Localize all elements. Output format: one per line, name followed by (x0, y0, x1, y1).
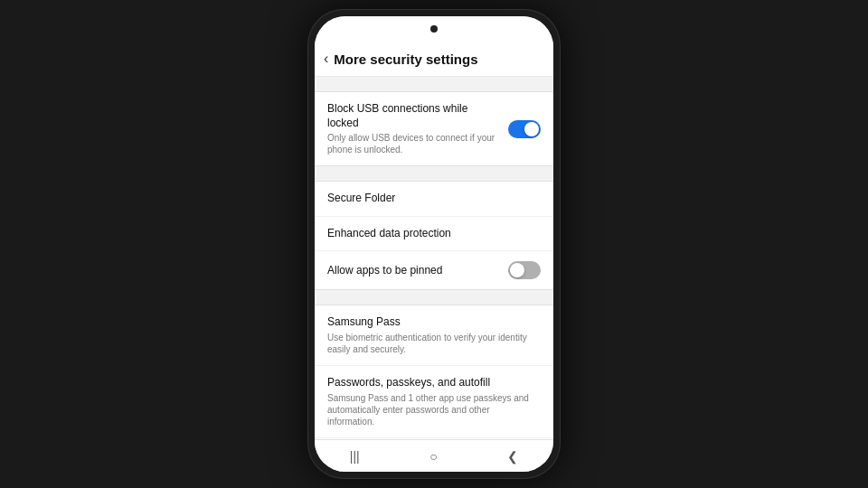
toggle-usb[interactable] (508, 120, 541, 138)
list-item[interactable]: Secure Folder (315, 182, 553, 217)
section-gap-2 (315, 166, 553, 174)
setting-text-enhanced: Enhanced data protection (327, 227, 541, 241)
setting-title-autofill: Passwords, passkeys, and autofill (327, 376, 533, 390)
setting-text-pass: Samsung Pass Use biometric authenticatio… (327, 315, 541, 355)
status-bar (315, 16, 553, 42)
setting-desc-autofill: Samsung Pass and 1 other app use passkey… (327, 392, 533, 427)
setting-title-pass: Samsung Pass (327, 315, 533, 330)
setting-text-usb: Block USB connections while locked Only … (327, 102, 508, 155)
section-gap-top (315, 77, 553, 84)
section-folder: Secure Folder Enhanced data protection A… (315, 181, 553, 290)
nav-recent-icon[interactable]: ||| (350, 449, 360, 464)
setting-title-secure: Secure Folder (327, 192, 533, 206)
setting-desc-pass: Use biometric authentication to verify y… (327, 332, 533, 355)
nav-back-icon[interactable]: ❮ (507, 449, 518, 464)
setting-title-usb: Block USB connections while locked (327, 102, 501, 130)
phone-screen: ‹ More security settings Block USB conne… (315, 16, 553, 472)
list-item[interactable]: Allow apps to be pinned (315, 251, 553, 289)
camera-dot (430, 25, 438, 33)
setting-title-enhanced: Enhanced data protection (327, 227, 533, 241)
back-button[interactable]: ‹ (324, 51, 328, 67)
setting-text-autofill: Passwords, passkeys, and autofill Samsun… (327, 376, 541, 427)
screen-content[interactable]: ‹ More security settings Block USB conne… (315, 42, 553, 439)
section-usb: Block USB connections while locked Only … (315, 91, 553, 166)
setting-title-pin: Allow apps to be pinned (327, 264, 501, 278)
page-header: ‹ More security settings (315, 42, 553, 77)
list-item[interactable]: Block USB connections while locked Only … (315, 92, 553, 165)
nav-home-icon[interactable]: ○ (429, 449, 437, 464)
phone-frame: ‹ More security settings Block USB conne… (307, 9, 561, 479)
toggle-pin[interactable] (508, 261, 541, 279)
setting-text-secure: Secure Folder (327, 192, 541, 206)
list-item[interactable]: Samsung Pass Use biometric authenticatio… (315, 305, 553, 366)
nav-bar: ||| ○ ❮ (315, 439, 553, 472)
list-item[interactable]: Passwords, passkeys, and autofill Samsun… (315, 366, 553, 438)
section-passwords: Samsung Pass Use biometric authenticatio… (315, 305, 553, 439)
setting-text-pin: Allow apps to be pinned (327, 264, 508, 278)
page-title: More security settings (334, 52, 477, 67)
setting-desc-usb: Only allow USB devices to connect if you… (327, 132, 501, 155)
section-gap-3 (315, 290, 553, 297)
list-item[interactable]: Enhanced data protection (315, 217, 553, 252)
